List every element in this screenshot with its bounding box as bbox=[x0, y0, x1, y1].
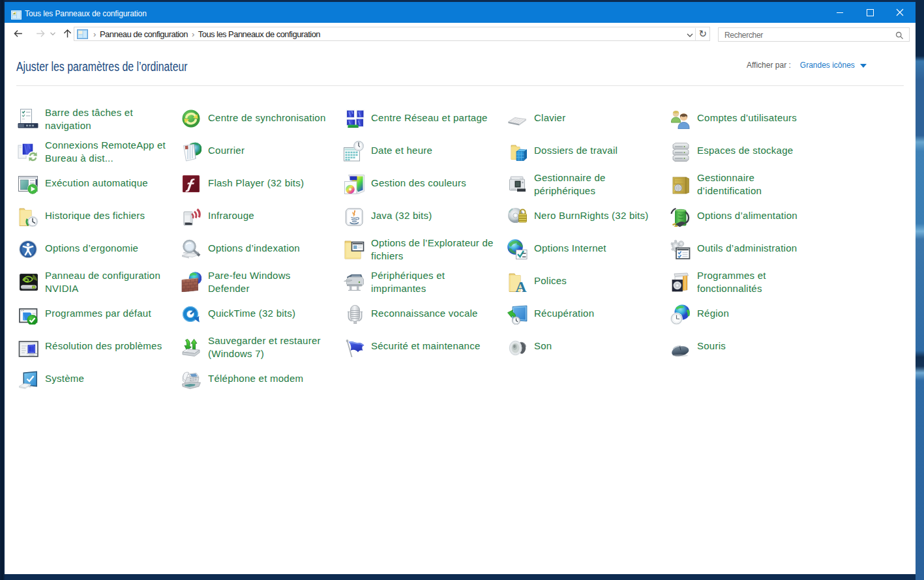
svg-text:A: A bbox=[515, 278, 527, 292]
